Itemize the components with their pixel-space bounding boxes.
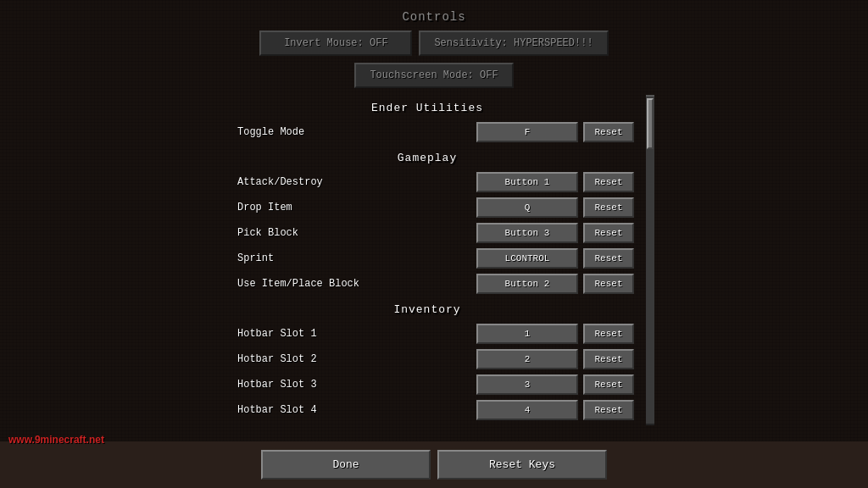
keybind-label-toggle-mode: Toggle Mode (220, 126, 476, 138)
sensitivity-button[interactable]: Sensitivity: HYPERSPEED!!! (419, 30, 608, 56)
keybind-row-attack: Attack/Destroy Button 1 Reset (214, 169, 641, 195)
top-buttons-row: Invert Mouse: OFF Sensitivity: HYPERSPEE… (259, 30, 608, 56)
keybind-row-hotbar2: Hotbar Slot 2 2 Reset (214, 347, 641, 372)
bottom-bar: Done Reset Keys (0, 441, 868, 488)
keybind-label-hotbar4: Hotbar Slot 4 (220, 404, 476, 416)
keybind-row-toggle-mode: Toggle Mode F Reset (214, 119, 641, 145)
keybind-label-hotbar3: Hotbar Slot 3 (220, 379, 476, 391)
reset-keys-button[interactable]: Reset Keys (437, 450, 607, 480)
scroll-area: Ender Utilities Toggle Mode F Reset Game… (214, 95, 654, 425)
touchscreen-row: Touchscreen Mode: OFF (354, 63, 513, 88)
keybind-row-pick-block: Pick Block Button 3 Reset (214, 220, 641, 246)
keybind-row-hotbar1: Hotbar Slot 1 1 Reset (214, 321, 641, 347)
keybind-value-use-item[interactable]: Button 2 (476, 274, 578, 294)
keybind-value-hotbar1[interactable]: 1 (476, 324, 578, 344)
reset-drop[interactable]: Reset (583, 197, 634, 218)
category-ender-utilities: Ender Utilities (214, 95, 641, 119)
reset-sprint[interactable]: Reset (583, 248, 634, 269)
scroll-content: Ender Utilities Toggle Mode F Reset Game… (214, 95, 646, 425)
touchscreen-button[interactable]: Touchscreen Mode: OFF (354, 63, 513, 88)
keybind-row-sprint: Sprint LCONTROL Reset (214, 246, 641, 271)
keybind-value-sprint[interactable]: LCONTROL (476, 248, 578, 269)
keybind-value-attack[interactable]: Button 1 (476, 172, 578, 192)
scrollbar[interactable] (646, 95, 654, 425)
reset-hotbar3[interactable]: Reset (583, 374, 634, 395)
reset-hotbar1[interactable]: Reset (583, 324, 634, 344)
category-gameplay: Gameplay (214, 145, 641, 169)
keybind-label-hotbar2: Hotbar Slot 2 (220, 353, 476, 365)
keybind-value-toggle-mode[interactable]: F (476, 122, 578, 142)
scroll-thumb[interactable] (647, 98, 654, 149)
keybind-value-drop[interactable]: Q (476, 197, 578, 218)
invert-mouse-button[interactable]: Invert Mouse: OFF (259, 30, 412, 56)
reset-attack[interactable]: Reset (583, 172, 634, 192)
reset-use-item[interactable]: Reset (583, 274, 634, 294)
done-button[interactable]: Done (261, 450, 431, 480)
reset-hotbar4[interactable]: Reset (583, 400, 634, 420)
category-inventory: Inventory (214, 297, 641, 321)
reset-pick-block[interactable]: Reset (583, 223, 634, 243)
keybind-value-hotbar4[interactable]: 4 (476, 400, 578, 420)
reset-toggle-mode[interactable]: Reset (583, 122, 634, 142)
page-title: Controls (402, 10, 465, 24)
keybind-label-sprint: Sprint (220, 252, 476, 264)
keybind-label-use-item: Use Item/Place Block (220, 278, 476, 290)
watermark: www.9minecraft.net (8, 434, 104, 446)
keybind-value-hotbar3[interactable]: 3 (476, 374, 578, 395)
keybind-label-drop: Drop Item (220, 202, 476, 214)
keybind-label-hotbar1: Hotbar Slot 1 (220, 328, 476, 340)
keybind-value-hotbar2[interactable]: 2 (476, 349, 578, 369)
keybind-value-pick-block[interactable]: Button 3 (476, 223, 578, 243)
keybind-row-drop: Drop Item Q Reset (214, 195, 641, 220)
keybind-label-attack: Attack/Destroy (220, 176, 476, 188)
keybind-row-hotbar4: Hotbar Slot 4 4 Reset (214, 397, 641, 423)
main-container: Controls Invert Mouse: OFF Sensitivity: … (0, 0, 868, 488)
reset-hotbar2[interactable]: Reset (583, 349, 634, 369)
keybind-row-hotbar3: Hotbar Slot 3 3 Reset (214, 372, 641, 397)
keybind-row-use-item: Use Item/Place Block Button 2 Reset (214, 271, 641, 297)
keybind-label-pick-block: Pick Block (220, 227, 476, 239)
